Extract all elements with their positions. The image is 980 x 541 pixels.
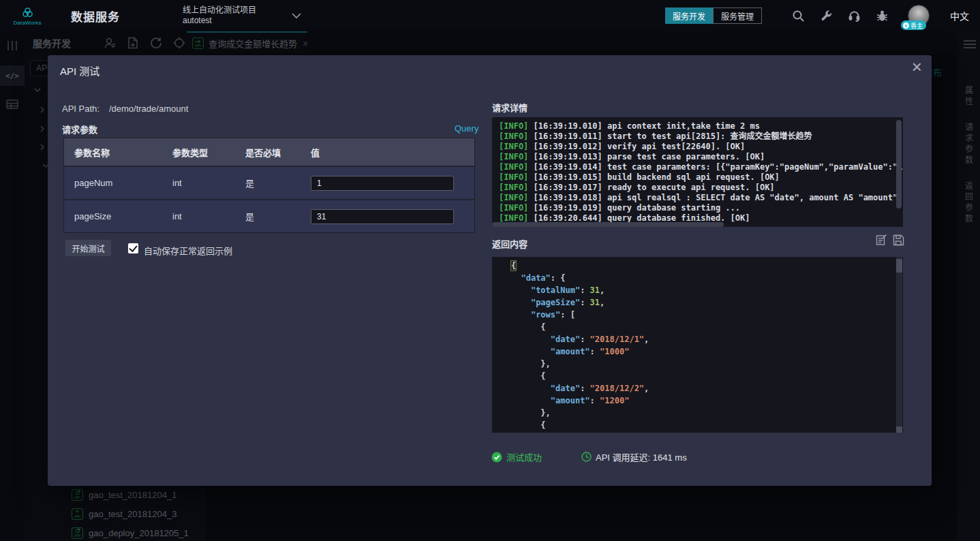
log-line: [INFO] [16:39:19.018] api sql realsql : … [499, 193, 893, 203]
log-level: [INFO] [499, 203, 528, 213]
modal-title: API 测试 [60, 63, 99, 78]
json-token: }, [511, 359, 551, 369]
json-token: , [600, 285, 604, 295]
col-param-name: 参数名称 [64, 146, 172, 159]
request-params-title: 请求参数 [62, 123, 97, 136]
auto-save-label: 自动保存正常返回示例 [144, 244, 232, 257]
log-line: [INFO] [16:39:19.014] test case paramete… [499, 162, 893, 172]
response-json: { "data": { "totalNum": 31, "pageSize": … [492, 257, 903, 433]
save-floppy-icon[interactable] [893, 234, 904, 246]
log-line: [INFO] [16:39:19.010] api context init,t… [499, 121, 893, 132]
json-token: "1000" [600, 347, 629, 356]
json-line: { [511, 419, 903, 431]
json-token: , [644, 335, 649, 344]
log-vertical-scrollbar[interactable] [896, 120, 902, 208]
json-token: , [600, 298, 604, 307]
close-icon[interactable]: × [912, 58, 922, 76]
log-horizontal-scrollbar[interactable] [492, 222, 724, 227]
log-level: [INFO] [499, 162, 528, 172]
test-status-row: 测试成功 API 调用延迟: 1641 ms [491, 450, 687, 463]
json-scrollbar-track [896, 257, 902, 433]
api-test-modal: API 测试 × API Path:/demo/trade/amount 请求参… [48, 55, 932, 486]
json-token [511, 384, 551, 393]
api-path-value: /demo/trade/amount [109, 104, 188, 114]
json-token: 31 [590, 285, 600, 295]
nav-service-dev-button[interactable]: 服务开发 [665, 7, 713, 24]
log-line: [INFO] [16:39:19.011] start to test api[… [499, 132, 893, 142]
col-required: 是否必填 [245, 146, 311, 159]
json-line: "amount": "1200" [511, 395, 903, 407]
json-token: , [644, 384, 649, 393]
json-token: }, [511, 408, 551, 418]
json-token: : [580, 384, 589, 393]
support-headset-icon[interactable] [848, 10, 861, 22]
user-avatar[interactable]: v 香主 [908, 5, 930, 27]
col-value: 值 [311, 146, 474, 159]
json-token: "date" [551, 384, 580, 393]
logo-text: DataWorks [13, 20, 41, 26]
json-token [511, 310, 531, 320]
param-table-header: 参数名称 参数类型 是否必填 值 [64, 138, 474, 166]
project-name: 线上自动化测试项目 [183, 5, 256, 16]
nav-service-manage-button[interactable]: 服务管理 [713, 7, 762, 24]
query-link[interactable]: Query [455, 123, 478, 134]
json-scrollbar-corner [896, 427, 902, 433]
request-detail-title: 请求详情 [492, 101, 527, 114]
param-value-input[interactable] [311, 176, 454, 191]
chevron-down-icon [292, 13, 301, 18]
success-check-icon [491, 452, 502, 463]
param-value-cell [311, 209, 474, 224]
json-token [511, 273, 521, 283]
param-required: 是 [245, 176, 311, 189]
json-scrollbar-thumb[interactable] [896, 259, 902, 273]
log-level: [INFO] [499, 172, 528, 182]
log-line: [INFO] [16:39:19.012] verify api test[22… [499, 142, 893, 152]
start-test-button[interactable]: 开始测试 [65, 240, 111, 256]
json-token: "2018/12/2" [590, 384, 644, 393]
json-token: "data" [521, 273, 550, 283]
log-line: [INFO] [16:39:19.013] parse test case pa… [499, 152, 893, 162]
search-icon[interactable] [792, 10, 805, 22]
nav-toggle-group: 服务开发 服务管理 [665, 7, 762, 24]
json-line: }, [511, 407, 903, 419]
json-token: : [580, 335, 589, 344]
log-line: [INFO] [16:39:19.017] ready to execute a… [499, 183, 893, 193]
col-param-type: 参数类型 [172, 146, 245, 159]
json-token: "pageSize" [531, 298, 580, 307]
api-path-label: API Path: [62, 104, 99, 114]
json-line: "data": { [511, 272, 903, 284]
bug-icon[interactable] [876, 10, 889, 22]
wrench-icon[interactable] [820, 10, 833, 22]
project-id: autotest [183, 16, 256, 26]
log-level: [INFO] [499, 132, 528, 141]
json-line: "pageSize": 31, [511, 296, 903, 309]
rank-v-icon: v [903, 22, 909, 29]
log-level: [INFO] [499, 213, 528, 223]
json-token: : { [551, 273, 566, 283]
json-token: "date" [551, 335, 580, 344]
param-required: 是 [245, 210, 311, 223]
json-token: : [ [560, 310, 575, 320]
param-name: pageNum [64, 178, 172, 188]
json-line: "rows": [ [511, 309, 903, 321]
language-switcher[interactable]: 中文 [950, 9, 969, 22]
json-token: : [580, 298, 589, 307]
param-value-input[interactable] [311, 209, 454, 224]
json-token: 31 [590, 298, 600, 307]
param-table: 参数名称 参数类型 是否必填 值 pageNumint是pageSizeint是 [63, 138, 475, 233]
json-token: "amount" [551, 396, 590, 405]
save-example-icon[interactable] [876, 234, 887, 246]
auto-save-checkbox[interactable] [128, 243, 138, 253]
user-rank-badge: v 香主 [901, 20, 926, 30]
dataworks-logo: DataWorks [11, 6, 44, 26]
json-token: { [511, 420, 546, 430]
test-success-text: 测试成功 [506, 450, 542, 463]
project-selector[interactable]: 线上自动化测试项目 autotest [183, 5, 301, 26]
response-title: 返回内容 [492, 237, 527, 250]
param-type: int [172, 178, 245, 188]
json-token: "amount" [551, 347, 590, 356]
param-value-cell [311, 176, 474, 191]
json-token [511, 298, 531, 307]
json-line: "date": "2018/12/3", [511, 431, 903, 433]
json-token [511, 396, 551, 405]
